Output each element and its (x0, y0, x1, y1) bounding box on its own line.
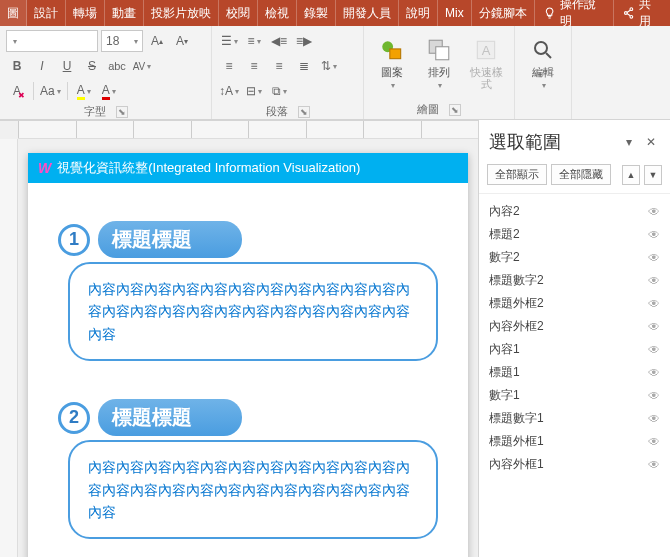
quick-styles-icon: A (473, 37, 499, 63)
list-item[interactable]: 標題外框2👁 (483, 292, 666, 315)
share-icon (622, 6, 635, 20)
block-title[interactable]: 標題標題 (98, 399, 242, 436)
list-item[interactable]: 內容2👁 (483, 200, 666, 223)
paragraph-group: ☰▾ ≡▾ ◀≡ ≡▶ ≡ ≡ ≡ ≣ ⇅▾ ↕A▾ ⊟▾ ⧉▾ 段落⬊ (212, 26, 364, 119)
shapes-button[interactable]: 圖案▾ (370, 30, 414, 96)
block-body[interactable]: 內容內容內容內容內容內容內容內容內容內容內容內容內容內容內容內容內容內容內容內容… (68, 440, 438, 539)
visibility-icon[interactable]: 👁 (648, 228, 660, 242)
highlight-button[interactable]: A▾ (73, 80, 95, 102)
list-item[interactable]: 標題1👁 (483, 361, 666, 384)
align-center-button[interactable]: ≡ (243, 55, 265, 77)
slide-canvas[interactable]: W 視覺化資訊統整(Integrated Information Visuali… (0, 120, 478, 557)
bold-button[interactable]: B (6, 55, 28, 77)
underline-button[interactable]: U (56, 55, 78, 77)
tab-item[interactable]: 校閱 (219, 0, 258, 26)
slide-banner[interactable]: W 視覺化資訊統整(Integrated Information Visuali… (28, 153, 468, 183)
list-item[interactable]: 數字2👁 (483, 246, 666, 269)
shapes-icon (379, 37, 405, 63)
convert-smartart-button[interactable]: ⧉▾ (268, 80, 290, 102)
list-item[interactable]: 數字1👁 (483, 384, 666, 407)
svg-point-0 (630, 8, 633, 11)
content-block[interactable]: 1 標題標題 內容內容內容內容內容內容內容內容內容內容內容內容內容內容內容內容內… (58, 221, 438, 361)
shadow-button[interactable]: abc (106, 55, 128, 77)
dialog-launcher-icon[interactable]: ⬊ (116, 106, 128, 118)
visibility-icon[interactable]: 👁 (648, 343, 660, 357)
search-icon (531, 38, 555, 62)
slide[interactable]: W 視覺化資訊統整(Integrated Information Visuali… (28, 153, 468, 557)
font-family-combo[interactable]: ▾ (6, 30, 98, 52)
clear-format-button[interactable]: A✖ (6, 80, 28, 102)
number-badge[interactable]: 2 (58, 402, 90, 434)
hide-all-button[interactable]: 全部隱藏 (551, 164, 611, 185)
ribbon-tabs: 圖 設計 轉場 動畫 投影片放映 校閱 檢視 錄製 開發人員 說明 Mix 分鏡… (0, 0, 670, 26)
text-direction-button[interactable]: ↕A▾ (218, 80, 240, 102)
align-text-button[interactable]: ⊟▾ (243, 80, 265, 102)
drawing-group: 圖案▾ 排列▾ A 快速樣 式 繪圖⬊ (364, 26, 515, 119)
tab-item[interactable]: 轉場 (66, 0, 105, 26)
font-group: ▾ 18▾ A▴ A▾ B I U S abc AV▾ A✖ Aa▾ A▾ A▾ (0, 26, 212, 119)
svg-rect-6 (436, 46, 449, 59)
list-item[interactable]: 標題2👁 (483, 223, 666, 246)
list-item[interactable]: 內容外框2👁 (483, 315, 666, 338)
tab-item[interactable]: 分鏡腳本 (472, 0, 535, 26)
tab-item[interactable]: Mix (438, 0, 472, 26)
visibility-icon[interactable]: 👁 (648, 412, 660, 426)
horizontal-ruler (18, 121, 478, 139)
move-up-button[interactable]: ▲ (622, 165, 640, 185)
tab-item[interactable]: 開發人員 (336, 0, 399, 26)
list-item[interactable]: 標題數字2👁 (483, 269, 666, 292)
editing-group: 編輯▾ (515, 26, 572, 119)
numbering-button[interactable]: ≡▾ (243, 30, 265, 52)
list-item[interactable]: 內容外框1👁 (483, 453, 666, 476)
increase-font-button[interactable]: A▴ (146, 30, 168, 52)
quick-styles-button: A 快速樣 式 (464, 30, 508, 96)
visibility-icon[interactable]: 👁 (648, 274, 660, 288)
justify-button[interactable]: ≣ (293, 55, 315, 77)
block-body[interactable]: 內容內容內容內容內容內容內容內容內容內容內容內容內容內容內容內容內容內容內容內容… (68, 262, 438, 361)
tab-item[interactable]: 設計 (27, 0, 66, 26)
line-spacing-button[interactable]: ⇅▾ (318, 55, 340, 77)
number-badge[interactable]: 1 (58, 224, 90, 256)
decrease-indent-button[interactable]: ◀≡ (268, 30, 290, 52)
tab-item[interactable]: 投影片放映 (144, 0, 219, 26)
visibility-icon[interactable]: 👁 (648, 389, 660, 403)
move-down-button[interactable]: ▼ (644, 165, 662, 185)
visibility-icon[interactable]: 👁 (648, 297, 660, 311)
visibility-icon[interactable]: 👁 (648, 435, 660, 449)
block-title[interactable]: 標題標題 (98, 221, 242, 258)
decrease-font-button[interactable]: A▾ (171, 30, 193, 52)
visibility-icon[interactable]: 👁 (648, 458, 660, 472)
list-item[interactable]: 標題外框1👁 (483, 430, 666, 453)
tab-item[interactable]: 說明 (399, 0, 438, 26)
tab-item[interactable]: 檢視 (258, 0, 297, 26)
editing-button[interactable]: 編輯▾ (521, 30, 565, 96)
pane-menu-button[interactable]: ▾ (620, 133, 638, 151)
tab-item[interactable]: 錄製 (297, 0, 336, 26)
group-label: 段落 (266, 104, 288, 119)
change-case-button[interactable]: Aa▾ (39, 80, 62, 102)
align-right-button[interactable]: ≡ (268, 55, 290, 77)
font-color-button[interactable]: A▾ (98, 80, 120, 102)
increase-indent-button[interactable]: ≡▶ (293, 30, 315, 52)
font-size-combo[interactable]: 18▾ (101, 30, 143, 52)
visibility-icon[interactable]: 👁 (648, 251, 660, 265)
arrange-button[interactable]: 排列▾ (417, 30, 461, 96)
close-icon[interactable]: ✕ (642, 133, 660, 151)
share-button[interactable]: 共用 (613, 0, 670, 30)
tab-item[interactable]: 動畫 (105, 0, 144, 26)
italic-button[interactable]: I (31, 55, 53, 77)
list-item[interactable]: 標題數字1👁 (483, 407, 666, 430)
dialog-launcher-icon[interactable]: ⬊ (449, 104, 461, 116)
char-spacing-button[interactable]: AV▾ (131, 55, 153, 77)
dialog-launcher-icon[interactable]: ⬊ (298, 106, 310, 118)
tab-item[interactable]: 圖 (0, 0, 27, 26)
visibility-icon[interactable]: 👁 (648, 205, 660, 219)
visibility-icon[interactable]: 👁 (648, 366, 660, 380)
strikethrough-button[interactable]: S (81, 55, 103, 77)
align-left-button[interactable]: ≡ (218, 55, 240, 77)
bullets-button[interactable]: ☰▾ (218, 30, 240, 52)
list-item[interactable]: 內容1👁 (483, 338, 666, 361)
show-all-button[interactable]: 全部顯示 (487, 164, 547, 185)
content-block[interactable]: 2 標題標題 內容內容內容內容內容內容內容內容內容內容內容內容內容內容內容內容內… (58, 399, 438, 539)
visibility-icon[interactable]: 👁 (648, 320, 660, 334)
